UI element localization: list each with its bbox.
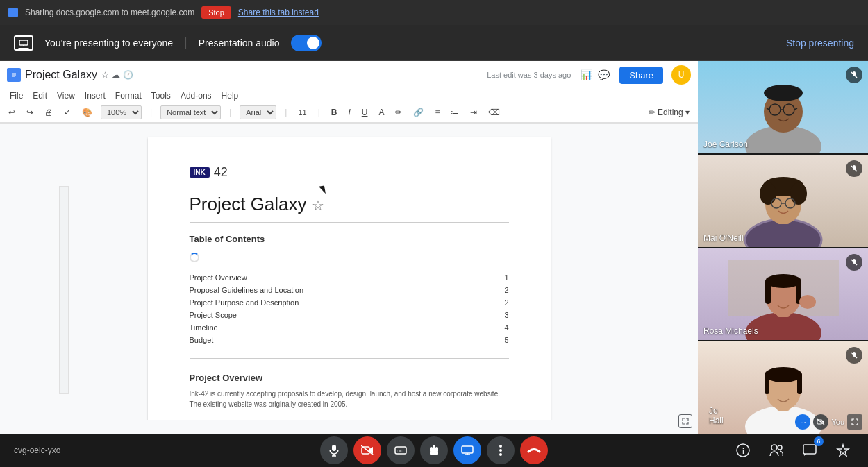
expand-doc-icon[interactable] (678, 414, 692, 428)
color-btn[interactable]: A (376, 106, 387, 119)
svg-text:i: i (742, 447, 744, 455)
stop-presenting-button[interactable]: Stop presenting (786, 37, 854, 49)
svg-rect-56 (430, 451, 438, 455)
italic-btn[interactable]: I (345, 106, 353, 119)
captions-button[interactable]: CC (387, 436, 415, 464)
toc-title: Table of Contents (190, 234, 509, 244)
user-avatar: U (671, 65, 691, 85)
font-select[interactable]: Arial (240, 105, 276, 119)
heading-star: ☆ (312, 198, 324, 213)
menu-help[interactable]: Help (217, 89, 243, 103)
presenting-bar: You're presenting to everyone | Presenta… (0, 25, 868, 61)
rosa-muted-icon (846, 254, 862, 271)
zoom-select[interactable]: 100% (101, 105, 142, 119)
menu-addons[interactable]: Add-ons (176, 89, 216, 103)
chart-icon[interactable]: 📊 (581, 69, 592, 80)
video-tile-rosa: Rosa Michaels (698, 248, 868, 341)
tab-icon (8, 8, 18, 17)
video-tile-jo: Jo Hall ··· You (698, 341, 868, 434)
list-btn[interactable]: ≔ (448, 106, 462, 119)
svg-rect-33 (765, 280, 771, 304)
spellcheck-btn[interactable]: ✓ (61, 106, 74, 119)
mai-name: Mai O'Neill (703, 233, 744, 243)
audio-toggle[interactable] (291, 35, 322, 51)
svg-point-40 (765, 367, 802, 382)
toc-item-6: Budget 5 (190, 336, 509, 344)
rosa-name: Rosa Michaels (703, 326, 758, 336)
format-sep2: | (315, 106, 323, 119)
svg-rect-57 (462, 446, 473, 453)
star-icon[interactable]: ☆ (101, 70, 109, 80)
more-options-button[interactable] (487, 436, 515, 464)
formatting-bar: ↩ ↪ 🖨 ✓ 🎨 100% | Normal text | Arial (0, 103, 698, 123)
menu-file[interactable]: File (6, 89, 27, 103)
doc-heading: Project Galaxy ☆ (190, 194, 509, 215)
style-select[interactable]: Normal text (160, 105, 221, 119)
menu-view[interactable]: View (53, 89, 79, 103)
menu-edit[interactable]: Edit (28, 89, 51, 103)
divider: | (184, 35, 187, 50)
chat-button[interactable]: 6 (799, 439, 821, 461)
comment-icon[interactable]: 💬 (598, 69, 610, 80)
svg-text:CC: CC (397, 449, 403, 453)
svg-point-60 (499, 445, 502, 448)
svg-rect-67 (803, 445, 816, 454)
activities-button[interactable] (832, 439, 854, 461)
sharing-bar: Sharing docs.google.com to meet.google.c… (0, 0, 868, 25)
info-button[interactable]: i (732, 439, 754, 461)
video-tile-joe: Joe Carlson (698, 61, 868, 153)
menu-format[interactable]: Format (111, 89, 146, 103)
present-icon (14, 35, 33, 51)
mai-muted-icon (846, 160, 862, 177)
end-call-button[interactable] (520, 436, 548, 464)
doc-toolbar: Project Galaxy ☆ ☁ 🕐 Last edit was 3 day… (0, 61, 698, 124)
mic-button[interactable] (320, 436, 348, 464)
camera-off-button[interactable] (813, 414, 828, 430)
hand-raise-button[interactable] (420, 436, 448, 464)
svg-rect-42 (797, 373, 802, 394)
menu-tools[interactable]: Tools (147, 89, 175, 103)
undo-btn[interactable]: ↩ (6, 106, 18, 119)
editing-mode[interactable]: ✏ Editing ▾ (646, 106, 692, 119)
more-options-button[interactable]: ··· (795, 414, 810, 430)
toc-item-5: Timeline 4 (190, 323, 509, 332)
stop-sharing-button[interactable]: Stop (201, 6, 231, 19)
camera-button[interactable] (353, 436, 381, 464)
redo-btn[interactable]: ↪ (24, 106, 36, 119)
link-btn[interactable]: 🔗 (410, 106, 426, 119)
doc-title-icons: ☆ ☁ 🕐 (101, 70, 133, 80)
section-text: Ink-42 is currently accepting proposals … (190, 389, 509, 409)
highlight-btn[interactable]: ✏ (392, 106, 405, 119)
share-tab-button[interactable]: Share this tab instead (238, 8, 319, 17)
clear-btn[interactable]: ⌫ (485, 106, 503, 119)
last-edit: Last edit was 3 days ago (487, 71, 571, 79)
menu-insert[interactable]: Insert (81, 89, 110, 103)
jo-name: Jo Hall (709, 406, 724, 425)
you-controls: ··· You (795, 414, 862, 430)
font-sep: | (226, 106, 234, 119)
ink-tag: INK (190, 167, 210, 178)
doc-page: INK 42 Project Galaxy ☆ Table of Content… (148, 137, 551, 420)
people-button[interactable] (765, 439, 787, 461)
share-button[interactable]: Share (619, 67, 663, 84)
underline-btn[interactable]: U (359, 106, 371, 119)
svg-point-65 (771, 445, 777, 450)
print-btn[interactable]: 🖨 (42, 106, 56, 119)
svg-rect-41 (765, 373, 769, 394)
cloud-icon: ☁ (112, 70, 120, 80)
present-button[interactable] (453, 436, 481, 464)
history-icon[interactable]: 🕐 (123, 70, 133, 80)
paint-btn[interactable]: 🎨 (79, 106, 95, 119)
google-doc: Project Galaxy ☆ ☁ 🕐 Last edit was 3 day… (0, 61, 698, 434)
svg-point-23 (790, 182, 807, 205)
svg-rect-46 (332, 445, 336, 451)
toc-item-1: Project Overview 1 (190, 273, 509, 282)
expand-tile-button[interactable] (847, 414, 862, 430)
doc-divider (190, 222, 509, 223)
bold-btn[interactable]: B (328, 106, 340, 119)
toc-item-4: Project Scope 3 (190, 311, 509, 319)
svg-rect-49 (362, 447, 369, 454)
indent-btn[interactable]: ⇥ (467, 106, 480, 119)
size-sep: | (282, 106, 290, 119)
align-btn[interactable]: ≡ (432, 106, 442, 119)
